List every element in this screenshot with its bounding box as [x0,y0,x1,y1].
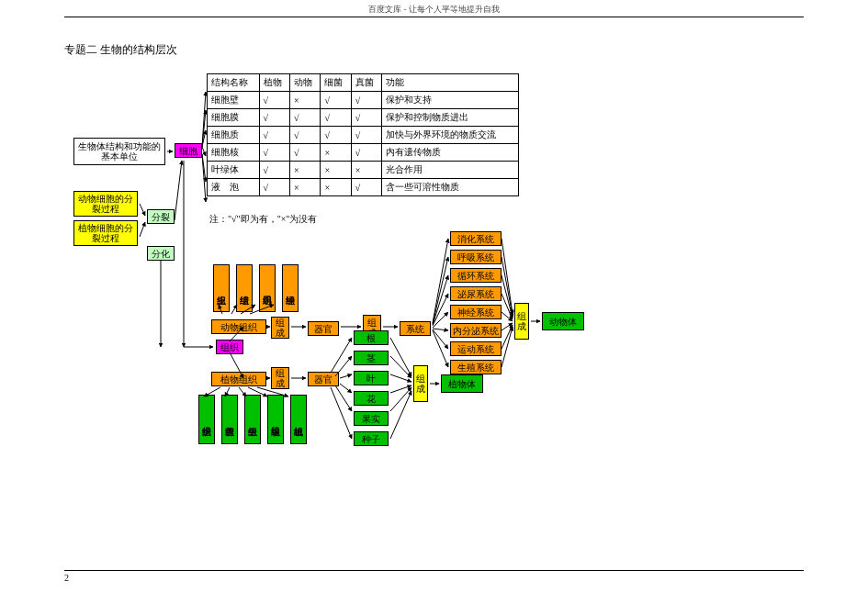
svg-line-21 [239,387,246,396]
svg-line-39 [390,385,411,393]
svg-line-13 [230,327,243,341]
svg-line-9 [175,161,182,220]
svg-line-30 [331,338,352,373]
svg-line-37 [390,356,411,378]
svg-line-15 [219,305,222,314]
svg-line-51 [502,239,513,314]
svg-line-8 [140,222,145,237]
page-number: 2 [64,573,69,583]
svg-line-33 [340,384,352,393]
svg-line-49 [433,329,448,349]
svg-line-16 [231,305,237,314]
svg-line-4 [202,147,206,156]
connectors [55,55,698,477]
page-footer: 2 [64,570,804,583]
page-header: 百度文库 - 让每个人平等地提升自我 [0,4,868,16]
svg-line-22 [248,387,267,396]
header-rule [64,17,804,17]
svg-line-20 [225,387,230,396]
svg-line-48 [433,329,448,330]
svg-line-36 [390,338,411,376]
svg-line-23 [257,387,288,396]
svg-line-14 [230,352,243,378]
svg-line-58 [502,327,513,367]
svg-line-32 [340,374,352,378]
svg-line-34 [335,385,352,411]
svg-line-7 [140,204,145,216]
svg-line-50 [433,330,448,367]
svg-line-19 [204,387,220,396]
svg-line-41 [390,391,411,439]
svg-line-31 [335,356,352,376]
svg-line-38 [390,374,411,382]
